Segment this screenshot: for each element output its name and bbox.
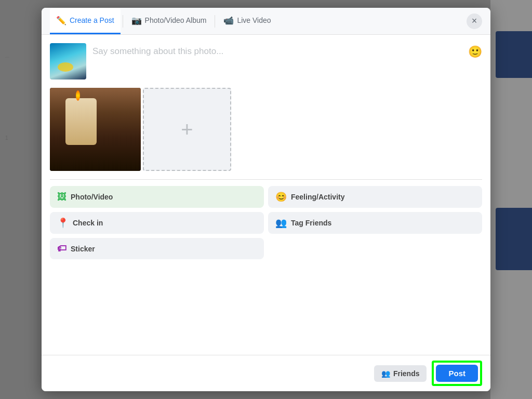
photo-preview-area: + <box>50 88 482 171</box>
audience-button[interactable]: 👥 Friends <box>374 365 427 382</box>
live-video-icon: 📹 <box>223 16 234 25</box>
tab-photo-album[interactable]: 📷 Photo/Video Album <box>125 8 213 34</box>
actions-grid: 🖼 Photo/Video 😊 Feeling/Activity 📍 Check… <box>50 186 482 259</box>
photo-video-icon: 🖼 <box>57 192 66 203</box>
create-post-modal: ✏️ Create a Post 📷 Photo/Video Album 📹 L… <box>42 8 490 391</box>
photo-preview-thumb <box>50 88 141 171</box>
tab-divider-1 <box>123 15 123 28</box>
feeling-activity-button[interactable]: 😊 Feeling/Activity <box>268 186 482 208</box>
tab-create-post[interactable]: ✏️ Create a Post <box>50 8 121 34</box>
tab-live-video[interactable]: 📹 Live Video <box>217 8 277 34</box>
post-input-placeholder[interactable]: Say something about this photo... <box>92 43 462 57</box>
add-photo-button[interactable]: + <box>143 88 231 171</box>
plus-icon: + <box>181 118 193 141</box>
photo-album-icon: 📷 <box>131 16 142 25</box>
photo-thumbnail-image <box>50 43 86 79</box>
modal-footer: 👥 Friends Post <box>42 355 490 391</box>
close-button[interactable]: × <box>467 14 482 29</box>
photo-video-button[interactable]: 🖼 Photo/Video <box>50 186 264 208</box>
sidebar-dots: ... <box>5 53 9 59</box>
location-pin-icon: 📍 <box>57 217 69 229</box>
post-input-area: Say something about this photo... 🙂 <box>50 43 482 79</box>
modal-header: ✏️ Create a Post 📷 Photo/Video Album 📹 L… <box>42 8 490 35</box>
post-button-highlight: Post <box>432 361 482 386</box>
sticker-button[interactable]: 🏷 Sticker <box>50 238 264 259</box>
sidebar-num: 1 <box>5 135 8 141</box>
tag-friends-icon: 👥 <box>275 217 287 229</box>
feeling-icon: 😊 <box>275 191 287 203</box>
sticker-icon: 🏷 <box>57 243 66 254</box>
post-button[interactable]: Post <box>436 365 478 382</box>
modal-body: Say something about this photo... 🙂 + 🖼 … <box>42 35 490 355</box>
photo-thumbnail <box>50 43 86 79</box>
tab-divider-2 <box>215 15 215 28</box>
checkin-button[interactable]: 📍 Check in <box>50 212 264 234</box>
emoji-button[interactable]: 🙂 <box>468 45 482 59</box>
tag-friends-button[interactable]: 👥 Tag Friends <box>268 212 482 234</box>
divider <box>50 179 482 180</box>
friends-icon: 👥 <box>381 369 390 378</box>
candle-image <box>50 88 141 171</box>
pencil-icon: ✏️ <box>56 16 66 25</box>
